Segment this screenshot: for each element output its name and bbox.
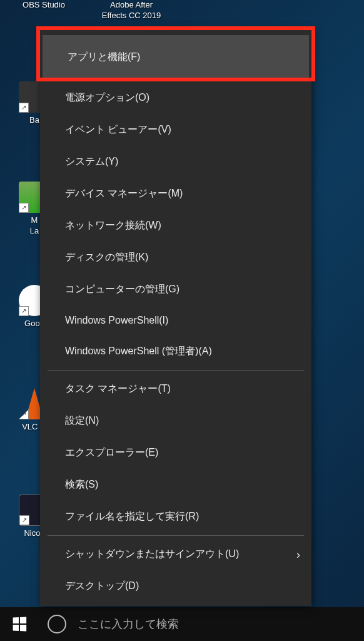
winx-context-menu: アプリと機能(F) 電源オプション(O) イベント ビューアー(V) システム(… (40, 30, 311, 606)
menu-item-label: 電源オプション(O) (65, 92, 149, 103)
menu-item-label: ネットワーク接続(W) (65, 220, 161, 230)
menu-item-label: Windows PowerShell(I) (65, 315, 168, 326)
menu-item-label: Windows PowerShell (管理者)(A) (65, 346, 212, 356)
menu-item-powershell[interactable]: Windows PowerShell(I) (40, 305, 311, 336)
taskbar-search[interactable]: ここに入力して検索 (39, 607, 364, 641)
menu-separator (48, 370, 304, 371)
menu-item-label: タスク マネージャー(T) (65, 383, 171, 394)
menu-item-label: アプリと機能(F) (68, 51, 140, 62)
chevron-right-icon: › (296, 548, 300, 561)
taskbar: ここに入力して検索 (0, 607, 364, 641)
menu-separator (48, 535, 304, 536)
search-placeholder: ここに入力して検索 (78, 617, 179, 632)
menu-item-label: エクスプローラー(E) (65, 447, 158, 458)
menu-item-label: ディスクの管理(K) (65, 252, 148, 262)
menu-item-label: 設定(N) (65, 415, 99, 426)
menu-item-label: システム(Y) (65, 156, 118, 167)
menu-item-label: デスクトップ(D) (65, 580, 139, 591)
windows-logo-icon (13, 617, 27, 632)
menu-item-shutdown-signout[interactable]: シャットダウンまたはサインアウト(U) › (40, 538, 311, 570)
menu-item-settings[interactable]: 設定(N) (40, 405, 311, 437)
menu-item-disk-management[interactable]: ディスクの管理(K) (40, 242, 311, 274)
menu-item-label: シャットダウンまたはサインアウト(U) (65, 548, 239, 559)
shortcut-arrow-icon: ↗ (19, 409, 29, 419)
menu-item-label: 検索(S) (65, 479, 98, 490)
menu-item-search[interactable]: 検索(S) (40, 469, 311, 501)
cortana-icon (48, 615, 66, 633)
desktop-icon-label: Adobe After Effects CC 2019 (100, 0, 163, 21)
shortcut-arrow-icon: ↗ (19, 203, 29, 213)
menu-item-label: イベント ビューアー(V) (65, 124, 171, 135)
menu-item-label: デバイス マネージャー(M) (65, 188, 183, 198)
desktop-icon-obs[interactable]: OBS Studio (13, 0, 75, 11)
menu-item-task-manager[interactable]: タスク マネージャー(T) (40, 373, 311, 405)
menu-item-event-viewer[interactable]: イベント ビューアー(V) (40, 114, 311, 146)
menu-item-system[interactable]: システム(Y) (40, 146, 311, 178)
menu-item-power-options[interactable]: 電源オプション(O) (40, 82, 311, 114)
shortcut-arrow-icon: ↗ (19, 515, 29, 525)
shortcut-arrow-icon: ↗ (19, 306, 29, 316)
shortcut-arrow-icon: ↗ (19, 103, 29, 113)
menu-item-desktop[interactable]: デスクトップ(D) (40, 570, 311, 602)
menu-item-label: ファイル名を指定して実行(R) (65, 511, 199, 521)
menu-item-explorer[interactable]: エクスプローラー(E) (40, 437, 311, 469)
start-button[interactable] (0, 607, 39, 641)
desktop-icon-label: OBS Studio (13, 0, 75, 11)
menu-item-powershell-admin[interactable]: Windows PowerShell (管理者)(A) (40, 336, 311, 367)
menu-item-network-connections[interactable]: ネットワーク接続(W) (40, 210, 311, 242)
menu-item-run[interactable]: ファイル名を指定して実行(R) (40, 501, 311, 533)
menu-item-apps-and-features[interactable]: アプリと機能(F) (43, 35, 309, 79)
menu-item-label: コンピューターの管理(G) (65, 284, 179, 294)
desktop-icon-after-effects[interactable]: Adobe After Effects CC 2019 (100, 0, 163, 21)
menu-item-computer-management[interactable]: コンピューターの管理(G) (40, 274, 311, 305)
menu-item-device-manager[interactable]: デバイス マネージャー(M) (40, 178, 311, 210)
